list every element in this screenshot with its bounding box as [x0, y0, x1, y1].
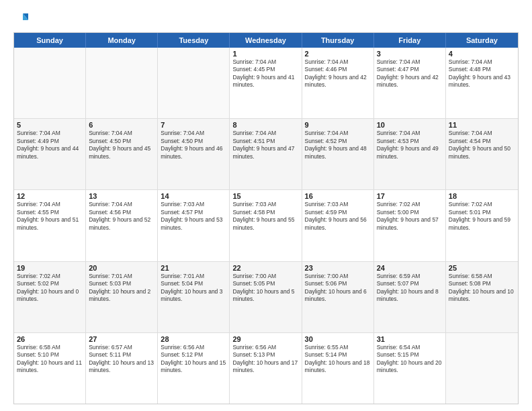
- cell-info: Sunrise: 7:01 AM Sunset: 5:04 PM Dayligh…: [161, 273, 226, 304]
- cell-info: Sunrise: 7:04 AM Sunset: 4:50 PM Dayligh…: [161, 130, 226, 161]
- day-number: 30: [305, 335, 371, 343]
- day-number: 2: [305, 50, 371, 58]
- day-number: 18: [449, 192, 515, 200]
- calendar-cell: 19Sunrise: 7:02 AM Sunset: 5:02 PM Dayli…: [14, 262, 86, 332]
- cell-info: Sunrise: 7:04 AM Sunset: 4:47 PM Dayligh…: [377, 58, 443, 89]
- cell-info: Sunrise: 7:04 AM Sunset: 4:55 PM Dayligh…: [17, 201, 83, 232]
- logo-icon: [13, 11, 28, 26]
- cell-info: Sunrise: 7:03 AM Sunset: 4:59 PM Dayligh…: [305, 201, 371, 232]
- calendar-cell: 31Sunrise: 6:54 AM Sunset: 5:15 PM Dayli…: [374, 333, 446, 404]
- cell-info: Sunrise: 7:04 AM Sunset: 4:51 PM Dayligh…: [232, 130, 298, 161]
- calendar-body: 1Sunrise: 7:04 AM Sunset: 4:45 PM Daylig…: [14, 48, 518, 404]
- day-number: 28: [161, 335, 226, 343]
- cell-info: Sunrise: 7:04 AM Sunset: 4:48 PM Dayligh…: [449, 58, 515, 89]
- cell-info: Sunrise: 7:04 AM Sunset: 4:50 PM Dayligh…: [89, 130, 154, 161]
- cell-info: Sunrise: 7:03 AM Sunset: 4:57 PM Dayligh…: [161, 201, 226, 232]
- cell-info: Sunrise: 7:01 AM Sunset: 5:03 PM Dayligh…: [89, 273, 154, 304]
- day-number: 29: [232, 335, 298, 343]
- cell-info: Sunrise: 6:56 AM Sunset: 5:13 PM Dayligh…: [232, 344, 298, 375]
- day-number: 4: [449, 50, 515, 58]
- calendar-cell: 4Sunrise: 7:04 AM Sunset: 4:48 PM Daylig…: [446, 48, 518, 118]
- cell-info: Sunrise: 7:04 AM Sunset: 4:49 PM Dayligh…: [17, 130, 83, 161]
- cell-info: Sunrise: 7:04 AM Sunset: 4:46 PM Dayligh…: [305, 58, 371, 89]
- day-number: 7: [161, 121, 226, 129]
- calendar-cell: [446, 333, 518, 404]
- calendar-cell: 30Sunrise: 6:55 AM Sunset: 5:14 PM Dayli…: [302, 333, 374, 404]
- day-number: 31: [377, 335, 443, 343]
- header-cell-sunday: Sunday: [14, 33, 86, 48]
- cell-info: Sunrise: 6:56 AM Sunset: 5:12 PM Dayligh…: [161, 344, 226, 375]
- cell-info: Sunrise: 6:55 AM Sunset: 5:14 PM Dayligh…: [305, 344, 371, 375]
- cell-info: Sunrise: 7:02 AM Sunset: 5:00 PM Dayligh…: [377, 201, 443, 232]
- calendar-cell: 29Sunrise: 6:56 AM Sunset: 5:13 PM Dayli…: [230, 333, 302, 404]
- day-number: 15: [232, 192, 298, 200]
- cell-info: Sunrise: 7:04 AM Sunset: 4:54 PM Dayligh…: [449, 130, 515, 161]
- day-number: 16: [305, 192, 371, 200]
- calendar-cell: 24Sunrise: 6:59 AM Sunset: 5:07 PM Dayli…: [374, 262, 446, 332]
- calendar-week-4: 19Sunrise: 7:02 AM Sunset: 5:02 PM Dayli…: [14, 262, 518, 333]
- day-number: 5: [17, 121, 83, 129]
- cell-info: Sunrise: 7:04 AM Sunset: 4:53 PM Dayligh…: [377, 130, 443, 161]
- calendar-week-1: 1Sunrise: 7:04 AM Sunset: 4:45 PM Daylig…: [14, 48, 518, 119]
- cell-info: Sunrise: 6:57 AM Sunset: 5:11 PM Dayligh…: [89, 344, 154, 375]
- calendar-cell: [158, 48, 230, 118]
- calendar-cell: 17Sunrise: 7:02 AM Sunset: 5:00 PM Dayli…: [374, 190, 446, 261]
- header-cell-friday: Friday: [374, 33, 446, 48]
- logo: [13, 11, 31, 26]
- calendar-cell: 21Sunrise: 7:01 AM Sunset: 5:04 PM Dayli…: [158, 262, 230, 332]
- cell-info: Sunrise: 6:58 AM Sunset: 5:10 PM Dayligh…: [17, 344, 83, 375]
- calendar-cell: 6Sunrise: 7:04 AM Sunset: 4:50 PM Daylig…: [86, 119, 158, 189]
- header-cell-tuesday: Tuesday: [158, 33, 230, 48]
- day-number: 3: [377, 50, 443, 58]
- header-cell-monday: Monday: [86, 33, 158, 48]
- day-number: 17: [377, 192, 443, 200]
- cell-info: Sunrise: 7:00 AM Sunset: 5:05 PM Dayligh…: [232, 273, 298, 304]
- cell-info: Sunrise: 6:58 AM Sunset: 5:08 PM Dayligh…: [449, 273, 515, 304]
- calendar-cell: 20Sunrise: 7:01 AM Sunset: 5:03 PM Dayli…: [86, 262, 158, 332]
- cell-info: Sunrise: 6:59 AM Sunset: 5:07 PM Dayligh…: [377, 273, 443, 304]
- day-number: 14: [161, 192, 226, 200]
- day-number: 12: [17, 192, 83, 200]
- cell-info: Sunrise: 7:04 AM Sunset: 4:52 PM Dayligh…: [305, 130, 371, 161]
- day-number: 27: [89, 335, 154, 343]
- calendar-cell: 11Sunrise: 7:04 AM Sunset: 4:54 PM Dayli…: [446, 119, 518, 189]
- day-number: 19: [17, 264, 83, 272]
- calendar-cell: 9Sunrise: 7:04 AM Sunset: 4:52 PM Daylig…: [302, 119, 374, 189]
- day-number: 10: [377, 121, 443, 129]
- cell-info: Sunrise: 7:02 AM Sunset: 5:02 PM Dayligh…: [17, 273, 83, 304]
- calendar-week-5: 26Sunrise: 6:58 AM Sunset: 5:10 PM Dayli…: [14, 333, 518, 404]
- cell-info: Sunrise: 7:02 AM Sunset: 5:01 PM Dayligh…: [449, 201, 515, 232]
- calendar-week-3: 12Sunrise: 7:04 AM Sunset: 4:55 PM Dayli…: [14, 190, 518, 261]
- header-cell-thursday: Thursday: [302, 33, 374, 48]
- calendar-cell: 2Sunrise: 7:04 AM Sunset: 4:46 PM Daylig…: [302, 48, 374, 118]
- calendar-cell: 5Sunrise: 7:04 AM Sunset: 4:49 PM Daylig…: [14, 119, 86, 189]
- cell-info: Sunrise: 7:04 AM Sunset: 4:56 PM Dayligh…: [89, 201, 154, 232]
- calendar-cell: 12Sunrise: 7:04 AM Sunset: 4:55 PM Dayli…: [14, 190, 86, 261]
- day-number: 24: [377, 264, 443, 272]
- cell-info: Sunrise: 7:00 AM Sunset: 5:06 PM Dayligh…: [305, 273, 371, 304]
- calendar-cell: 18Sunrise: 7:02 AM Sunset: 5:01 PM Dayli…: [446, 190, 518, 261]
- day-number: 25: [449, 264, 515, 272]
- calendar-cell: 14Sunrise: 7:03 AM Sunset: 4:57 PM Dayli…: [158, 190, 230, 261]
- calendar-cell: 8Sunrise: 7:04 AM Sunset: 4:51 PM Daylig…: [230, 119, 302, 189]
- day-number: 8: [232, 121, 298, 129]
- header-cell-wednesday: Wednesday: [230, 33, 302, 48]
- day-number: 9: [305, 121, 371, 129]
- calendar-cell: 28Sunrise: 6:56 AM Sunset: 5:12 PM Dayli…: [158, 333, 230, 404]
- calendar-header: SundayMondayTuesdayWednesdayThursdayFrid…: [14, 33, 518, 48]
- header: [13, 11, 519, 26]
- day-number: 11: [449, 121, 515, 129]
- day-number: 1: [232, 50, 298, 58]
- day-number: 13: [89, 192, 154, 200]
- day-number: 22: [232, 264, 298, 272]
- calendar-cell: 7Sunrise: 7:04 AM Sunset: 4:50 PM Daylig…: [158, 119, 230, 189]
- calendar-cell: [86, 48, 158, 118]
- day-number: 20: [89, 264, 154, 272]
- cell-info: Sunrise: 7:03 AM Sunset: 4:58 PM Dayligh…: [232, 201, 298, 232]
- header-cell-saturday: Saturday: [446, 33, 518, 48]
- calendar-cell: 26Sunrise: 6:58 AM Sunset: 5:10 PM Dayli…: [14, 333, 86, 404]
- day-number: 6: [89, 121, 154, 129]
- day-number: 26: [17, 335, 83, 343]
- cell-info: Sunrise: 6:54 AM Sunset: 5:15 PM Dayligh…: [377, 344, 443, 375]
- calendar-cell: 16Sunrise: 7:03 AM Sunset: 4:59 PM Dayli…: [302, 190, 374, 261]
